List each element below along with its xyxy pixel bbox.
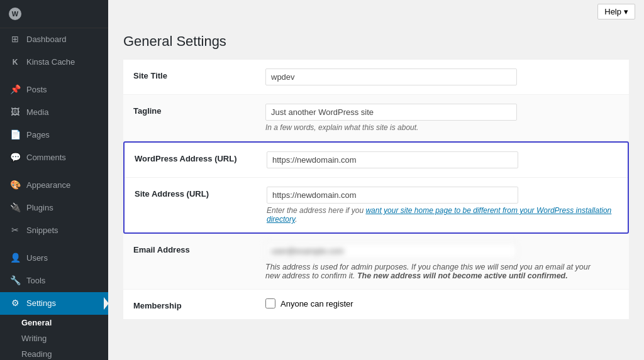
sidebar-item-snippets[interactable]: ✂ Snippets	[0, 219, 108, 242]
email-input[interactable]	[265, 243, 517, 259]
sidebar-subitem-writing[interactable]: Writing	[0, 330, 108, 346]
sidebar-item-label: Dashboard	[26, 34, 67, 45]
media-icon: 🖼	[9, 106, 21, 119]
posts-icon: 📌	[9, 84, 21, 96]
site-address-input[interactable]	[267, 187, 518, 204]
sidebar-item-tools[interactable]: 🔧 Tools	[0, 270, 108, 292]
appearance-icon: 🎨	[9, 179, 21, 192]
email-field: This address is used for admin purposes.…	[265, 243, 619, 280]
sidebar-item-label: Users	[26, 253, 48, 264]
wp-address-input[interactable]	[267, 151, 518, 168]
sidebar-logo: W	[0, 0, 108, 28]
tools-icon: 🔧	[9, 275, 21, 287]
email-label: Email Address	[133, 243, 265, 254]
subitem-label: Reading	[21, 349, 52, 359]
wp-address-label: WordPress Address (URL)	[135, 151, 267, 163]
site-address-hint: Enter the address here if you want your …	[267, 206, 618, 224]
sidebar-item-label: Snippets	[26, 225, 58, 236]
tagline-field: In a few words, explain what this site i…	[265, 104, 619, 132]
subitem-label: General	[21, 318, 52, 327]
membership-label: Membership	[133, 298, 265, 310]
sidebar-item-comments[interactable]: 💬 Comments	[0, 146, 108, 169]
sidebar-item-label: Comments	[26, 152, 66, 163]
sidebar-item-users[interactable]: 👤 Users	[0, 247, 108, 270]
sidebar-item-media[interactable]: 🖼 Media	[0, 101, 108, 124]
email-description: This address is used for admin purposes.…	[265, 263, 605, 280]
sidebar-item-label: Kinsta Cache	[26, 57, 75, 68]
tagline-row: Tagline In a few words, explain what thi…	[123, 95, 629, 141]
site-title-input[interactable]	[265, 68, 517, 85]
kinsta-icon: K	[9, 56, 21, 68]
settings-icon: ⚙	[9, 297, 21, 310]
sidebar-item-label: Appearance	[26, 180, 70, 191]
site-address-hint-pre: Enter the address here if you	[267, 206, 365, 215]
topbar: Help ▾	[108, 0, 644, 23]
chevron-down-icon: ▾	[624, 7, 628, 16]
anyone-can-register-checkbox[interactable]	[265, 298, 275, 308]
email-row: Email Address This address is used for a…	[123, 234, 629, 290]
url-section: WordPress Address (URL) Site Address (UR…	[123, 141, 629, 234]
tagline-hint: In a few words, explain what this site i…	[265, 123, 619, 132]
comments-icon: 💬	[9, 151, 21, 164]
users-icon: 👤	[9, 252, 21, 265]
site-address-row: Site Address (URL) Enter the address her…	[125, 177, 628, 232]
sidebar-item-label: Tools	[26, 275, 45, 286]
site-address-hint-post: .	[295, 215, 297, 224]
plugins-icon: 🔌	[9, 202, 21, 214]
snippets-icon: ✂	[9, 224, 21, 237]
site-title-label: Site Title	[133, 68, 265, 80]
membership-row: Membership Anyone can register	[123, 290, 629, 320]
help-label: Help	[604, 7, 621, 16]
site-title-row: Site Title	[123, 60, 629, 95]
sidebar-subitem-general[interactable]: General	[0, 315, 108, 330]
help-button[interactable]: Help ▾	[597, 4, 635, 19]
wp-address-row: WordPress Address (URL)	[125, 143, 628, 177]
page-title: General Settings	[123, 33, 629, 50]
sidebar-item-appearance[interactable]: 🎨 Appearance	[0, 174, 108, 197]
main-panel: Help ▾ General Settings Site Title Tagli…	[108, 0, 644, 360]
dashboard-icon: ⊞	[9, 33, 21, 46]
sidebar-item-label: Media	[26, 107, 48, 118]
sidebar-item-label: Posts	[26, 84, 47, 95]
sidebar-item-label: Plugins	[26, 202, 53, 214]
wp-address-field	[267, 151, 618, 168]
sidebar-subitem-reading[interactable]: Reading	[0, 346, 108, 360]
site-address-field: Enter the address here if you want your …	[267, 187, 618, 224]
tagline-input[interactable]	[265, 104, 517, 121]
site-title-field	[265, 68, 619, 85]
sidebar: W ⊞ Dashboard K Kinsta Cache 📌 Posts 🖼 M…	[0, 0, 108, 360]
sidebar-item-kinsta-cache[interactable]: K Kinsta Cache	[0, 51, 108, 74]
settings-form: Site Title Tagline In a few words, expla…	[123, 60, 629, 320]
sidebar-item-pages[interactable]: 📄 Pages	[0, 124, 108, 146]
site-address-label: Site Address (URL)	[135, 187, 267, 199]
anyone-can-register-label: Anyone can register	[280, 299, 353, 308]
membership-checkbox-row: Anyone can register	[265, 298, 619, 308]
sidebar-item-label: Pages	[26, 129, 50, 141]
sidebar-item-label: Settings	[26, 298, 56, 309]
sidebar-item-posts[interactable]: 📌 Posts	[0, 79, 108, 101]
membership-field: Anyone can register	[265, 298, 619, 308]
sidebar-item-plugins[interactable]: 🔌 Plugins	[0, 197, 108, 219]
email-desc-bold: The new address will not become active u…	[355, 271, 567, 280]
sidebar-item-settings[interactable]: ⚙ Settings	[0, 292, 108, 315]
wp-logo-icon: W	[9, 8, 21, 20]
tagline-label: Tagline	[133, 104, 265, 116]
content-area: General Settings Site Title Tagline In a…	[108, 23, 644, 360]
sidebar-item-dashboard[interactable]: ⊞ Dashboard	[0, 28, 108, 51]
subitem-label: Writing	[21, 334, 47, 343]
pages-icon: 📄	[9, 129, 21, 141]
